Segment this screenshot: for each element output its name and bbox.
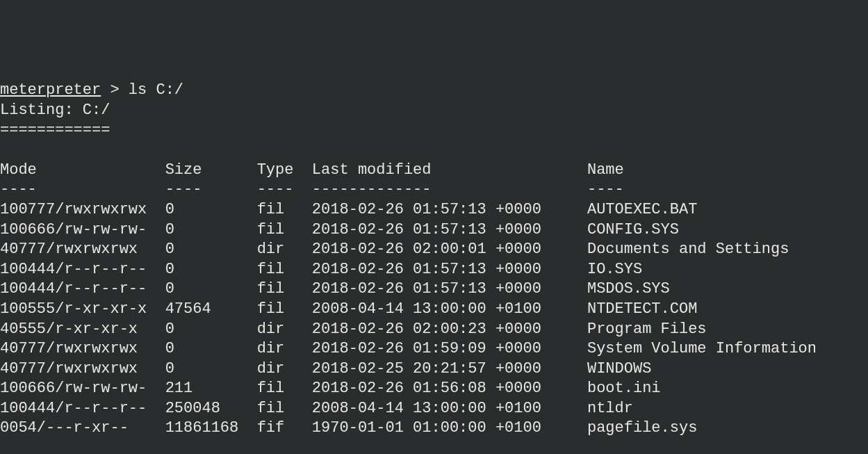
prompt-separator: >	[101, 81, 129, 99]
listing-header: Listing: C:/	[0, 102, 110, 119]
table-row: 100777/rwxrwxrwx 0 fil 2018-02-26 01:57:…	[0, 200, 868, 220]
table-row: 40777/rwxrwxrwx 0 dir 2018-02-26 01:59:0…	[0, 339, 868, 359]
prompt-name: meterpreter	[0, 81, 101, 99]
table-row: 40777/rwxrwxrwx 0 dir 2018-02-25 20:21:5…	[0, 359, 868, 380]
command-text: ls C:/	[129, 81, 183, 99]
table-row: 100666/rw-rw-rw- 0 fil 2018-02-26 01:57:…	[0, 220, 868, 241]
table-row: 100666/rw-rw-rw- 211 fil 2018-02-26 01:5…	[0, 379, 868, 399]
table-row: 100555/r-xr-xr-x 47564 fil 2008-04-14 13…	[0, 300, 868, 320]
table-row: 40777/rwxrwxrwx 0 dir 2018-02-26 02:00:0…	[0, 240, 868, 260]
table-row: 100444/r--r--r-- 250048 fil 2008-04-14 1…	[0, 399, 868, 419]
listing-divider: ============	[0, 122, 110, 139]
terminal-output[interactable]: meterpreter > ls C:/ Listing: C:/ ======…	[0, 81, 868, 454]
file-listing: 100777/rwxrwxrwx 0 fil 2018-02-26 01:57:…	[0, 200, 868, 439]
table-row: 100444/r--r--r-- 0 fil 2018-02-26 01:57:…	[0, 279, 868, 300]
table-row: 100444/r--r--r-- 0 fil 2018-02-26 01:57:…	[0, 260, 868, 280]
column-headers: Mode Size Type Last modified Name	[0, 161, 624, 179]
column-dashes: ---- ---- ---- ------------- ----	[0, 181, 624, 198]
table-row: 0054/---r-xr-- 11861168 fif 1970-01-01 0…	[0, 419, 868, 439]
table-row: 40555/r-xr-xr-x 0 dir 2018-02-26 02:00:2…	[0, 320, 868, 340]
